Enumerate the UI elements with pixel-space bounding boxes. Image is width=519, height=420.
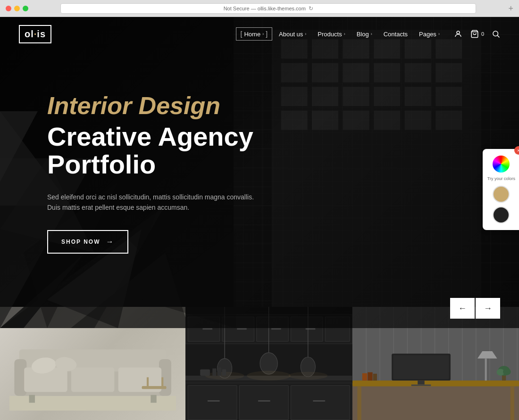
browser-chrome: Not Secure — ollis.like-themes.com ↻ +	[0, 0, 519, 17]
svg-point-145	[503, 368, 511, 375]
close-button[interactable]	[6, 6, 11, 11]
shop-now-arrow: →	[106, 238, 114, 246]
svg-rect-132	[510, 387, 514, 420]
maximize-button[interactable]	[23, 6, 28, 11]
nav-item-pages[interactable]: Pages ›	[414, 28, 444, 41]
svg-rect-92	[306, 328, 316, 329]
svg-rect-80	[161, 377, 163, 386]
svg-rect-130	[352, 387, 519, 420]
logo-dot: ·	[34, 29, 37, 39]
svg-rect-111	[201, 369, 210, 376]
refresh-icon[interactable]: ↻	[309, 5, 313, 12]
website: Interior Design Creative Agency Portfoli…	[0, 17, 519, 420]
svg-rect-79	[147, 377, 149, 386]
nav-home-label: Home	[244, 31, 260, 38]
svg-point-110	[289, 372, 328, 380]
svg-rect-99	[208, 400, 220, 402]
svg-rect-78	[142, 386, 167, 389]
svg-rect-96	[188, 386, 237, 420]
nav-item-contacts[interactable]: Contacts	[379, 28, 412, 41]
svg-rect-139	[362, 373, 367, 381]
svg-rect-112	[212, 368, 216, 376]
svg-rect-74	[29, 395, 35, 403]
color-picker-panel: × Try your colors	[483, 149, 519, 230]
logo[interactable]: ol·is	[19, 25, 51, 43]
color-wheel[interactable]	[493, 156, 510, 173]
color-panel-label: Try your colors	[487, 176, 515, 182]
minimize-button[interactable]	[14, 6, 20, 11]
svg-rect-98	[291, 386, 350, 420]
svg-rect-137	[418, 380, 425, 384]
user-icon[interactable]	[454, 30, 462, 38]
svg-rect-133	[485, 359, 486, 381]
nav-blog-label: Blog	[357, 31, 369, 38]
header-icons: 0	[454, 30, 500, 38]
svg-rect-97	[240, 386, 289, 420]
cart-count: 0	[481, 31, 484, 37]
nav-item-products[interactable]: Products ›	[313, 28, 350, 41]
hero-title-line2: Creative Agency Portfolio	[47, 123, 321, 179]
hero-content: Interior Design Creative Agency Portfoli…	[47, 92, 321, 254]
svg-point-62	[457, 31, 460, 34]
svg-rect-89	[203, 328, 213, 329]
svg-rect-90	[237, 328, 247, 329]
svg-rect-94	[185, 380, 352, 383]
svg-point-109	[247, 371, 291, 381]
svg-rect-91	[271, 328, 281, 329]
address-bar[interactable]: Not Secure — ollis.like-themes.com ↻	[60, 3, 476, 14]
next-slide-button[interactable]: →	[476, 298, 500, 319]
svg-rect-72	[71, 368, 114, 392]
shop-now-button[interactable]: SHOP NOW →	[47, 230, 128, 254]
svg-rect-114	[222, 369, 226, 376]
nav-products-label: Products	[318, 31, 342, 38]
svg-rect-141	[373, 374, 377, 381]
nav-about-label: About us	[279, 31, 303, 38]
color-picker-close[interactable]: ×	[514, 146, 519, 155]
search-icon[interactable]	[492, 30, 500, 38]
nav-item-home[interactable]: [ Home › ]	[236, 27, 272, 41]
nav-pages-label: Pages	[419, 31, 436, 38]
shop-now-label: SHOP NOW	[61, 239, 100, 245]
color-swatch-gold[interactable]	[493, 186, 510, 203]
hero-section: Interior Design Creative Agency Portfoli…	[0, 17, 519, 328]
nav-item-blog[interactable]: Blog ›	[352, 28, 377, 41]
prev-slide-button[interactable]: ←	[450, 298, 475, 319]
traffic-lights	[6, 6, 28, 11]
slide-navigation: ← →	[450, 298, 500, 319]
svg-rect-131	[357, 387, 361, 420]
color-swatch-dark[interactable]	[493, 206, 510, 223]
svg-rect-140	[368, 372, 372, 381]
url-text: Not Secure — ollis.like-themes.com	[224, 6, 306, 11]
svg-rect-138	[411, 385, 431, 386]
hero-title-line1: Interior Design	[47, 92, 321, 119]
svg-point-64	[493, 31, 498, 36]
new-tab-button[interactable]: +	[508, 4, 513, 13]
svg-rect-101	[313, 400, 326, 402]
nav-item-about[interactable]: About us ›	[274, 28, 311, 41]
svg-rect-100	[258, 400, 270, 402]
svg-rect-113	[218, 367, 221, 376]
site-header: ol·is [ Home › ] About us › Products › B…	[0, 17, 519, 51]
svg-rect-136	[393, 355, 449, 379]
svg-rect-129	[352, 380, 519, 386]
logo-box: ol·is	[19, 25, 51, 43]
svg-line-65	[497, 35, 499, 37]
hero-description: Sed eleifend orci ac nisl sollicitudin, …	[47, 192, 255, 213]
cart-icon[interactable]: 0	[470, 30, 484, 38]
svg-rect-75	[151, 395, 156, 403]
main-navigation: [ Home › ] About us › Products › Blog › …	[236, 27, 444, 41]
nav-contacts-label: Contacts	[384, 31, 408, 38]
